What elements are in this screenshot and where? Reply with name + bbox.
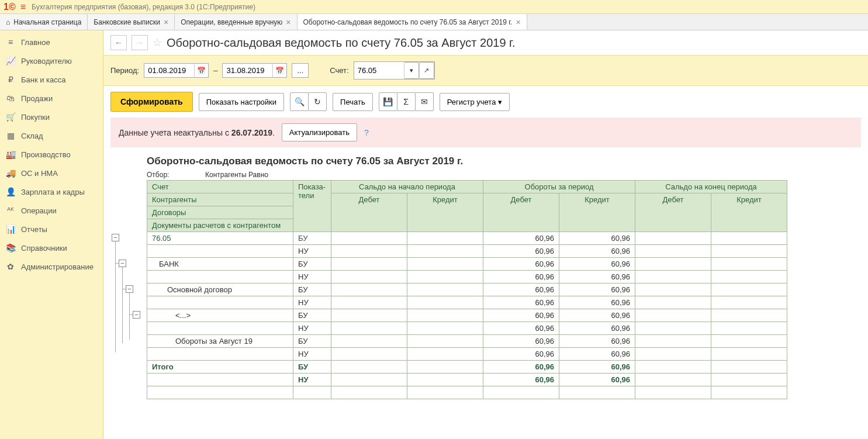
mail-icon[interactable]: ✉ [415,92,434,111]
table-row[interactable]: 76.05БУ60,9660,96 [147,232,787,245]
sidebar-item-7[interactable]: 🚚ОС и НМА [0,164,103,182]
tab-label: Операции, введенные вручную [181,18,282,26]
table-row[interactable]: НУ60,9660,96 [147,271,787,284]
close-icon[interactable]: × [516,18,520,27]
nav-label: Справочники [21,244,67,253]
page-title: Оборотно-сальдовая ведомость по счету 76… [167,36,516,50]
nav-icon: ᴬᴷ [6,206,15,215]
sum-icon[interactable]: Σ [397,92,416,111]
nav-label: Склад [21,132,43,140]
sidebar-item-0[interactable]: ≡Главное [0,33,103,51]
nav-icon: 🛒 [6,112,15,122]
tab-3[interactable]: Оборотно-сальдовая ведомость по счету 76… [298,14,527,30]
tab-1[interactable]: Банковские выписки× [88,14,175,30]
table-row[interactable]: НУ60,9660,96 [147,322,787,335]
nav-label: Зарплата и кадры [21,188,85,196]
actualize-button[interactable]: Актуализировать [282,123,357,141]
sidebar-item-4[interactable]: 🛒Покупки [0,108,103,126]
home-icon: ⌂ [6,18,10,26]
account-input[interactable] [354,62,404,79]
table-row[interactable]: НУ60,9660,96 [147,348,787,361]
period-picker-button[interactable]: ... [292,63,309,78]
save-icon[interactable]: 💾 [379,92,397,111]
table-total-row: ИтогоБУ60,9660,96 [147,361,787,374]
sidebar-item-9[interactable]: ᴬᴷОперации [0,201,103,220]
tab-label: Оборотно-сальдовая ведомость по счету 76… [303,18,513,26]
help-icon[interactable]: ? [364,128,369,137]
nav-icon: ▦ [6,131,15,140]
hamburger-icon[interactable]: ≡ [20,2,26,12]
table-row[interactable]: БАНКБУ60,9660,96 [147,258,787,271]
calendar-icon[interactable]: 📅 [272,64,286,77]
nav-forward-button[interactable]: → [132,35,148,50]
date-from-input[interactable] [144,64,194,77]
report-title: Оборотно-сальдовая ведомость по счету 76… [147,155,787,167]
period-label: Период: [110,66,139,75]
nav-icon: 📈 [6,56,15,65]
sidebar-item-11[interactable]: 📚Справочники [0,238,103,257]
refresh-icon[interactable]: ↻ [308,92,327,111]
nav-label: Администрирование [21,262,94,271]
sidebar-item-5[interactable]: ▦Склад [0,126,103,145]
account-field[interactable]: ▾ ↗ [354,61,435,79]
sidebar-item-8[interactable]: 👤Зарплата и кадры [0,182,103,201]
tab-0[interactable]: ⌂Начальная страница [0,14,88,30]
warning-banner: Данные учета неактуальны с 26.07.2019. А… [110,117,861,147]
titlebar: 1© ≡ Бухгалтерия предприятия (базовая), … [0,0,868,14]
sidebar-item-12[interactable]: ✿Администрирование [0,257,103,276]
sidebar-item-6[interactable]: 🏭Производство [0,145,103,164]
nav-icon: ≡ [6,37,15,47]
nav-label: Банк и касса [21,75,66,84]
page-header: ← → ☆ Оборотно-сальдовая ведомость по сч… [103,30,868,55]
table-row[interactable]: Обороты за Август 19БУ60,9660,96 [147,335,787,348]
search-icon[interactable]: 🔍 [290,92,309,111]
nav-label: Главное [21,38,50,47]
date-to-field[interactable]: 📅 [222,63,287,78]
close-icon[interactable]: × [286,18,291,27]
table-row[interactable]: <...>БУ60,9660,96 [147,309,787,322]
tab-2[interactable]: Операции, введенные вручную× [175,14,297,30]
show-settings-button[interactable]: Показать настройки [199,93,284,111]
table-row[interactable]: Основной договорБУ60,9660,96 [147,284,787,296]
nav-icon: 👤 [6,187,15,196]
nav-icon: ✿ [6,262,15,271]
tree-collapse-icon[interactable]: − [126,285,133,293]
nav-label: Операции [21,206,57,215]
favorite-icon[interactable]: ☆ [153,36,162,49]
nav-label: ОС и НМА [21,169,58,178]
nav-label: Продажи [21,94,53,103]
report-area: − − − − Оборотно-сальдовая ведомость по … [103,147,868,406]
calendar-icon[interactable]: 📅 [194,64,208,77]
date-from-field[interactable]: 📅 [144,63,209,78]
dropdown-icon[interactable]: ▾ [404,62,419,79]
tree-collapse-icon[interactable]: − [119,260,126,267]
nav-icon: 🚚 [6,168,15,178]
open-icon[interactable]: ↗ [419,62,434,79]
report-filter-line: Отбор:Контрагенты Равно [147,171,787,179]
nav-back-button[interactable]: ← [110,35,127,50]
nav-label: Руководителю [21,57,72,65]
tree-collapse-icon[interactable]: − [133,311,140,319]
sidebar-item-3[interactable]: 🛍Продажи [0,89,103,108]
sidebar: ≡Главное📈Руководителю₽Банк и касса🛍Прода… [0,30,103,439]
nav-label: Отчеты [21,225,47,234]
close-icon[interactable]: × [164,18,168,27]
sidebar-item-2[interactable]: ₽Банк и касса [0,70,103,89]
sidebar-item-10[interactable]: 📊Отчеты [0,220,103,238]
table-total-row: НУ60,9660,96 [147,374,787,386]
nav-icon: 📚 [6,243,15,253]
warning-text: Данные учета неактуальны с 26.07.2019. [119,128,275,137]
sidebar-item-1[interactable]: 📈Руководителю [0,51,103,70]
tree-collapse-icon[interactable]: − [112,234,119,241]
tab-label: Банковские выписки [94,18,160,26]
form-button[interactable]: Сформировать [110,92,193,112]
table-row[interactable]: НУ60,9660,96 [147,245,787,258]
table-row[interactable]: НУ60,9660,96 [147,296,787,309]
print-button[interactable]: Печать [333,93,373,111]
nav-icon: ₽ [6,75,15,84]
nav-label: Покупки [21,113,50,122]
report-table: СчетПоказа- телиСальдо на начало периода… [147,180,787,399]
date-to-input[interactable] [223,64,272,77]
register-button[interactable]: Регистр учета ▾ [440,93,510,111]
nav-icon: 🏭 [6,150,15,159]
